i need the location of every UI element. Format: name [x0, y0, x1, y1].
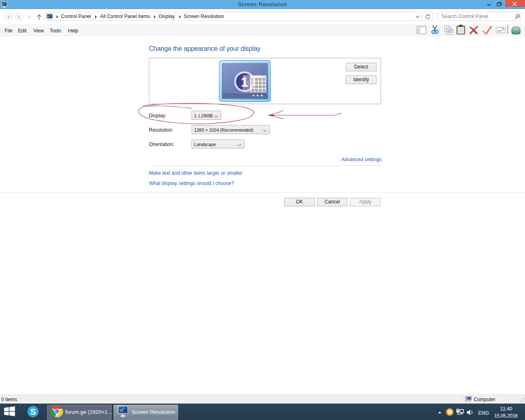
svg-text:S: S — [30, 407, 36, 416]
svg-text:1: 1 — [241, 75, 248, 89]
